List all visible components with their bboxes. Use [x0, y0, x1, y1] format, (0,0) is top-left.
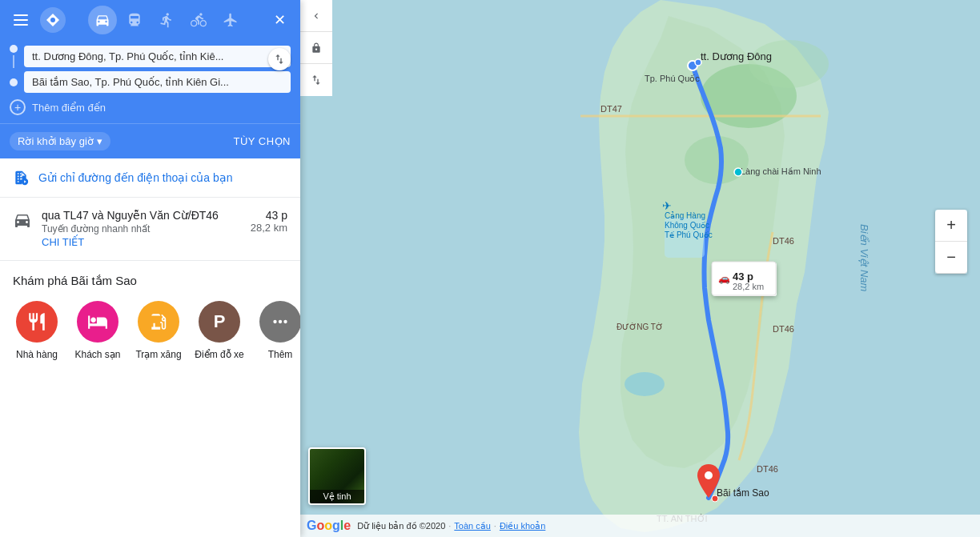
- bike-mode-button[interactable]: [184, 6, 213, 34]
- map-bottom-bar: Google Dữ liệu bản đồ ©2020 · Toàn cầu ·…: [300, 515, 980, 537]
- map-lock-button[interactable]: [300, 32, 332, 64]
- svg-point-12: [685, 136, 749, 184]
- send-directions-label: Gửi chỉ đường đến điện thoại của bạn: [38, 171, 233, 184]
- svg-text:✈: ✈: [662, 199, 672, 212]
- svg-text:28,2 km: 28,2 km: [733, 282, 764, 291]
- add-stop-row[interactable]: + Thêm điểm đến: [10, 96, 291, 115]
- svg-text:DT46: DT46: [757, 464, 778, 474]
- svg-text:43 p: 43 p: [733, 271, 753, 283]
- explore-items: Nhà hàng Khách sạn Trạm xăng: [13, 301, 287, 360]
- more-circle: [259, 301, 300, 343]
- svg-point-32: [712, 495, 718, 502]
- svg-point-21: [705, 471, 713, 479]
- svg-point-8: [283, 320, 287, 323]
- add-stop-label: Thêm điểm đến: [32, 102, 106, 114]
- options-button[interactable]: TÙY CHỌN: [233, 135, 291, 147]
- route-detail-link[interactable]: CHI TIẾT: [42, 236, 84, 248]
- walk-mode-button[interactable]: [152, 6, 181, 34]
- explore-gas[interactable]: Trạm xăng: [135, 301, 183, 360]
- route-car-icon: [13, 210, 32, 230]
- google-logo: Google: [307, 519, 351, 533]
- depart-arrow: ▾: [97, 135, 102, 147]
- svg-point-23: [695, 59, 701, 66]
- origin-row: tt. Dương Đông, Tp. Phú Quốc, tỉnh Kiê..…: [10, 45, 291, 68]
- map-copyright: Dữ liệu bản đồ ©2020: [357, 521, 445, 531]
- svg-rect-1: [14, 19, 28, 21]
- explore-title: Khám phá Bãi tắm Sao: [13, 274, 287, 288]
- more-label: Thêm: [268, 349, 293, 360]
- svg-point-4: [50, 18, 55, 22]
- zoom-out-button[interactable]: −: [935, 242, 967, 274]
- route-info: qua TL47 và Nguyễn Văn Cừ/ĐT46 Tuyến đườ…: [42, 209, 241, 249]
- zoom-controls: + −: [935, 210, 967, 274]
- restaurant-circle: [16, 301, 58, 343]
- add-stop-icon: +: [10, 99, 26, 115]
- svg-point-11: [749, 40, 829, 88]
- hotel-circle: [77, 301, 118, 343]
- svg-text:🚗: 🚗: [718, 272, 730, 284]
- route-card[interactable]: qua TL47 và Nguyễn Văn Cừ/ĐT46 Tuyến đườ…: [0, 198, 300, 261]
- swap-direction-button[interactable]: [300, 64, 332, 96]
- input-area: tt. Dương Đông, Tp. Phú Quốc, tỉnh Kiê..…: [0, 40, 300, 123]
- explore-restaurant[interactable]: Nhà hàng: [13, 301, 61, 360]
- svg-point-14: [625, 372, 665, 396]
- svg-rect-2: [14, 24, 28, 26]
- route-time-distance: 43 p 28,2 km: [251, 209, 287, 234]
- car-mode-button[interactable]: [88, 6, 117, 34]
- toan-cau-link[interactable]: Toàn cầu: [454, 521, 491, 531]
- zoom-in-button[interactable]: +: [935, 210, 967, 242]
- options-bar: Rời khởi bây giờ ▾ TÙY CHỌN: [0, 123, 300, 158]
- explore-more[interactable]: Thêm: [256, 301, 300, 360]
- route-via: qua TL47 và Nguyễn Văn Cừ/ĐT46: [42, 209, 241, 222]
- swap-button[interactable]: [268, 48, 291, 70]
- route-time: 43 p: [251, 209, 287, 222]
- svg-text:Không Quốc: Không Quốc: [665, 221, 709, 230]
- explore-parking[interactable]: P Điểm đỗ xe: [195, 301, 243, 360]
- send-directions-row[interactable]: Gửi chỉ đường đến điện thoại của bạn: [0, 158, 300, 198]
- separator-1: ·: [448, 521, 451, 531]
- route-fastest-label: Tuyến đường nhanh nhất: [42, 223, 241, 234]
- svg-text:tt. Dương Đông: tt. Dương Đông: [701, 50, 772, 62]
- map-svg: DT47 DT46 DT46 DT46 tt. Dương Đông Tp. P…: [300, 0, 980, 537]
- svg-text:DT46: DT46: [773, 236, 794, 246]
- depart-time-button[interactable]: Rời khởi bây giờ ▾: [10, 132, 110, 150]
- parking-circle: P: [199, 301, 240, 343]
- destination-input[interactable]: Bãi tắm Sao, Tp. Phú Quốc, tỉnh Kiên Gi.…: [24, 71, 291, 93]
- svg-text:ĐƯỜNG TỜ: ĐƯỜNG TỜ: [617, 323, 663, 331]
- flight-mode-button[interactable]: [216, 6, 245, 34]
- svg-text:Tế Phú Quốc: Tế Phú Quốc: [665, 230, 713, 239]
- top-nav: ✕: [0, 0, 300, 40]
- transit-mode-button[interactable]: [120, 6, 149, 34]
- route-distance: 28,2 km: [251, 222, 287, 234]
- svg-rect-0: [14, 14, 28, 16]
- svg-text:Làng chài Hầm Ninh: Làng chài Hầm Ninh: [741, 166, 821, 176]
- satellite-button[interactable]: Vệ tinh: [308, 447, 366, 505]
- origin-input[interactable]: tt. Dương Đông, Tp. Phú Quốc, tỉnh Kiê..…: [24, 46, 291, 67]
- restaurant-label: Nhà hàng: [16, 349, 58, 360]
- svg-text:DT46: DT46: [773, 324, 794, 334]
- svg-point-7: [279, 320, 282, 323]
- menu-button[interactable]: [8, 7, 34, 33]
- depart-label: Rời khởi bây giờ: [18, 135, 94, 147]
- satellite-label: Vệ tinh: [310, 490, 364, 503]
- sidebar: ✕ tt. Dương Đông, Tp. Phú Quốc, tỉnh Kiê…: [0, 0, 300, 537]
- svg-text:Bãi tắm Sao: Bãi tắm Sao: [717, 487, 769, 499]
- parking-label: Điểm đỗ xe: [195, 349, 243, 360]
- explore-hotel[interactable]: Khách sạn: [74, 301, 122, 360]
- expand-left-button[interactable]: [300, 0, 332, 32]
- gas-label: Trạm xăng: [135, 349, 181, 360]
- transport-mode-icons: [72, 6, 260, 34]
- map-expand-controls: [300, 0, 332, 96]
- gas-circle: [138, 301, 179, 343]
- svg-point-6: [273, 320, 276, 323]
- explore-section: Khám phá Bãi tắm Sao Nhà hàng Khách sạ: [0, 261, 300, 537]
- svg-text:Biển Việt Nam: Biển Việt Nam: [858, 224, 870, 292]
- dieu-khoan-link[interactable]: Điều khoản: [500, 521, 545, 531]
- svg-text:Tp. Phú Quốc: Tp. Phú Quốc: [645, 74, 700, 83]
- map-area[interactable]: DT47 DT46 DT46 DT46 tt. Dương Đông Tp. P…: [300, 0, 980, 537]
- close-button[interactable]: ✕: [267, 7, 292, 33]
- destination-row: Bãi tắm Sao, Tp. Phú Quốc, tỉnh Kiên Gi.…: [10, 71, 291, 93]
- maps-icon[interactable]: [40, 7, 66, 33]
- svg-text:DT47: DT47: [600, 104, 622, 114]
- svg-text:Cảng Hàng: Cảng Hàng: [665, 211, 705, 220]
